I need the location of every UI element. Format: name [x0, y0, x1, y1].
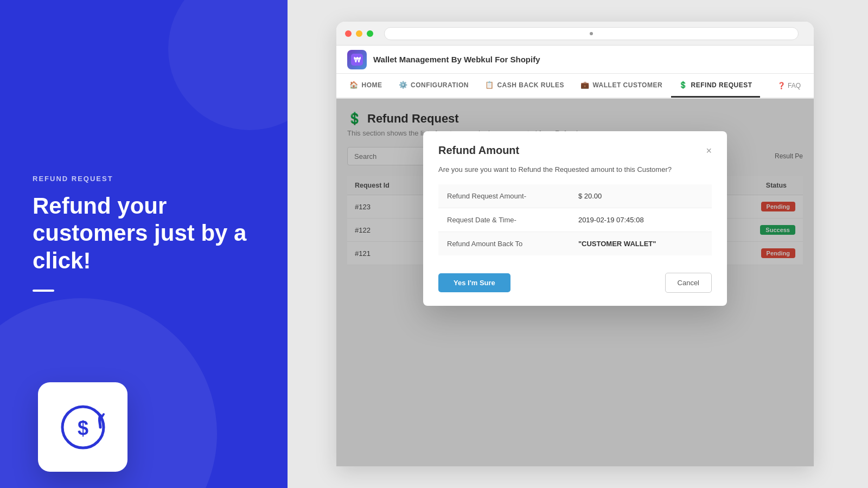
nav-wallet-label: WALLET CUSTOMER — [592, 81, 662, 89]
nav-faq[interactable]: ❓ FAQ — [770, 74, 808, 98]
info-label-date: Request Date & Time- — [438, 208, 570, 232]
modal-info-row: Refund Amount Back To "CUSTOMER WALLET" — [438, 232, 712, 256]
modal-title: Refund Amount — [438, 144, 519, 157]
browser-chrome — [336, 22, 814, 46]
right-panel: ₩ Wallet Management By Webkul For Shopif… — [288, 0, 868, 488]
app-header: ₩ Wallet Management By Webkul For Shopif… — [336, 46, 814, 74]
nav-item-refund[interactable]: 💲 REFIND REQUEST — [671, 74, 760, 98]
url-dot — [590, 32, 593, 35]
app-title: Wallet Management By Webkul For Shopify — [373, 55, 540, 64]
modal-footer: Yes I'm Sure Cancel — [423, 268, 727, 306]
modal-question: Are you sure you want to Refund the Requ… — [438, 165, 712, 174]
nav-refund-label: REFIND REQUEST — [691, 81, 752, 89]
nav-config-label: CONFIGURATION — [411, 81, 469, 89]
nav-item-home[interactable]: 🏠 HOME — [342, 74, 390, 98]
modal-close-button[interactable]: × — [706, 146, 712, 156]
left-divider — [33, 290, 54, 292]
svg-text:₩: ₩ — [354, 56, 361, 64]
info-value-backto: "CUSTOMER WALLET" — [570, 232, 712, 256]
svg-text:$: $ — [77, 417, 88, 439]
info-value-amount: $ 20.00 — [570, 184, 712, 208]
app-nav: 🏠 HOME ⚙️ CONFIGURATION 📋 CASH BACK RULE… — [336, 74, 814, 99]
nav-item-wallet-customer[interactable]: 💼 WALLET CUSTOMER — [573, 74, 670, 98]
config-icon: ⚙️ — [399, 81, 408, 89]
modal-overlay: Refund Amount × Are you sure you want to… — [336, 99, 814, 466]
info-label-amount: Refund Request Amount- — [438, 184, 570, 208]
refund-nav-icon: 💲 — [679, 81, 688, 89]
browser-url-bar — [384, 27, 799, 40]
faq-label: FAQ — [788, 82, 801, 89]
page-content: 💲 Refund Request This section shows the … — [336, 99, 814, 466]
cancel-button[interactable]: Cancel — [665, 273, 712, 293]
section-label: REFUND REQUEST — [33, 175, 255, 183]
confirm-button[interactable]: Yes I'm Sure — [438, 273, 510, 292]
info-value-date: 2019-02-19 07:45:08 — [570, 208, 712, 232]
nav-item-cashback[interactable]: 📋 CASH BACK RULES — [477, 74, 572, 98]
browser-dot-yellow[interactable] — [356, 30, 362, 37]
nav-home-label: HOME — [362, 81, 382, 89]
wallet-icon: 💼 — [580, 81, 590, 89]
modal-info-table: Refund Request Amount- $ 20.00 Request D… — [438, 184, 712, 255]
nav-item-configuration[interactable]: ⚙️ CONFIGURATION — [391, 74, 476, 98]
browser-dot-red[interactable] — [345, 30, 352, 37]
icon-card: $ — [38, 382, 127, 472]
modal-header: Refund Amount × — [423, 131, 727, 165]
modal-dialog: Refund Amount × Are you sure you want to… — [423, 131, 727, 306]
cashback-icon: 📋 — [485, 81, 494, 89]
left-panel: REFUND REQUEST Refund your customers jus… — [0, 0, 288, 488]
left-title: Refund your customers just by a click! — [33, 192, 255, 274]
modal-body: Are you sure you want to Refund the Requ… — [423, 165, 727, 268]
modal-info-row: Request Date & Time- 2019-02-19 07:45:08 — [438, 208, 712, 232]
modal-info-row: Refund Request Amount- $ 20.00 — [438, 184, 712, 208]
home-icon: 🏠 — [349, 81, 359, 89]
browser-window: ₩ Wallet Management By Webkul For Shopif… — [336, 22, 814, 466]
browser-dot-green[interactable] — [367, 30, 373, 37]
refund-dollar-icon: $ — [56, 400, 110, 454]
nav-cashback-label: CASH BACK RULES — [497, 81, 564, 89]
app-logo: ₩ — [347, 50, 367, 69]
info-label-backto: Refund Amount Back To — [438, 232, 570, 256]
faq-icon: ❓ — [777, 82, 786, 89]
